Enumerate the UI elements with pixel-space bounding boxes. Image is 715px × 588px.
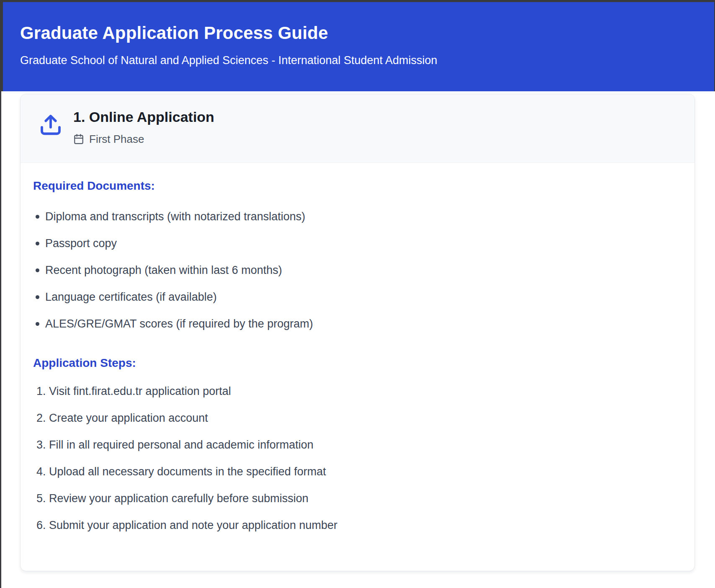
document-list: Diploma and transcripts (with notarized …: [33, 211, 678, 330]
list-item-text: Passport copy: [45, 238, 117, 249]
app-header: Graduate Application Process Guide Gradu…: [3, 2, 714, 91]
card-title: 1. Online Application: [73, 108, 214, 126]
list-item: ALES/GRE/GMAT scores (if required by the…: [33, 318, 678, 330]
list-item: Passport copy: [33, 238, 678, 249]
list-item: Recent photograph (taken within last 6 m…: [33, 265, 678, 276]
window-frame: Graduate Application Process Guide Gradu…: [1, 2, 715, 91]
card-body: Required Documents: Diploma and transcri…: [21, 163, 694, 531]
step-item: 2. Create your application account: [36, 413, 678, 424]
card-title-group: 1. Online Application First Phase: [73, 106, 214, 146]
bullet-icon: [36, 242, 39, 245]
calendar-icon: [73, 134, 84, 144]
step-item: 3. Fill in all required personal and aca…: [36, 439, 678, 451]
list-item-text: Recent photograph (taken within last 6 m…: [45, 265, 282, 276]
page-title: Graduate Application Process Guide: [20, 23, 697, 43]
upload-icon: [39, 113, 62, 139]
steps-list: 1. Visit fint.firat.edu.tr application p…: [33, 386, 678, 531]
list-item: Diploma and transcripts (with notarized …: [33, 211, 678, 222]
card-header: 1. Online Application First Phase: [21, 94, 694, 163]
page-subtitle: Graduate School of Natural and Applied S…: [20, 54, 697, 67]
step-item: 5. Review your application carefully bef…: [36, 493, 678, 504]
phase-row: First Phase: [73, 133, 214, 146]
phase-label: First Phase: [89, 133, 144, 146]
step-item: 6. Submit your application and note your…: [36, 520, 678, 531]
step-item: 1. Visit fint.firat.edu.tr application p…: [36, 386, 678, 397]
list-item-text: Language certificates (if available): [45, 291, 217, 303]
list-item: Language certificates (if available): [33, 291, 678, 303]
bullet-icon: [36, 322, 39, 326]
step-item: 4. Upload all necessary documents in the…: [36, 466, 678, 477]
step-card: 1. Online Application First Phase Requir…: [20, 94, 695, 571]
bullet-icon: [36, 295, 39, 299]
list-item-text: Diploma and transcripts (with notarized …: [45, 211, 305, 222]
list-item-text: ALES/GRE/GMAT scores (if required by the…: [45, 318, 313, 330]
section-heading-required-documents: Required Documents:: [33, 180, 678, 193]
bullet-icon: [36, 268, 39, 272]
bullet-icon: [36, 215, 39, 219]
section-heading-application-steps: Application Steps:: [33, 357, 678, 370]
